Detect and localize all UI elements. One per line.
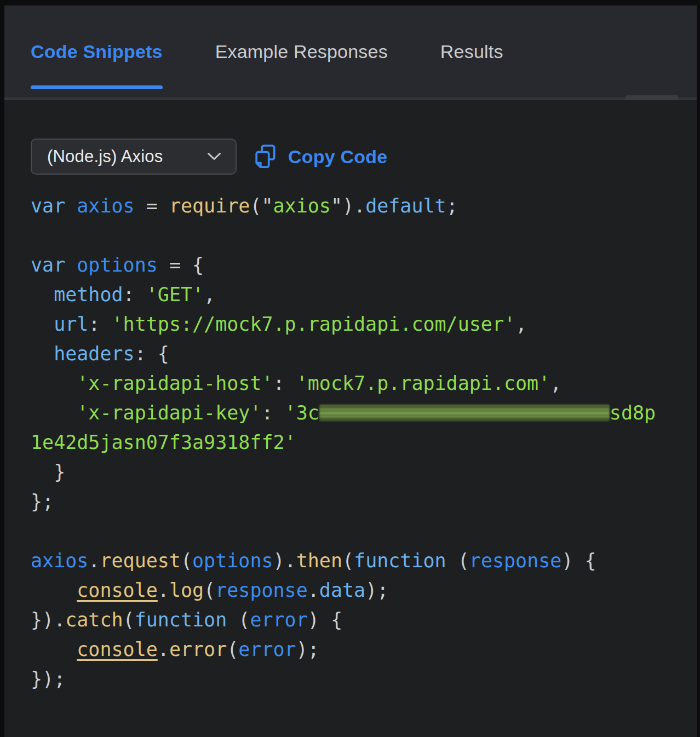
- code-token: 'x-rapidapi-key': [77, 402, 261, 424]
- code-line: }).catch(function (error) {: [31, 605, 697, 635]
- header-divider: [4, 97, 697, 100]
- tab-bar: Code Snippets Example Responses Results: [4, 5, 697, 97]
- code-token: 'https://mock7.p.rapidapi.com/user': [112, 313, 516, 335]
- tab-results-label: Results: [440, 41, 503, 62]
- code-token: error: [250, 609, 307, 631]
- code-token: default: [365, 195, 446, 217]
- code-token: 1e42d5jasn07f3a9318ff2': [31, 431, 296, 453]
- code-token: .: [308, 579, 319, 601]
- code-token: console: [77, 638, 158, 660]
- tab-example-responses-label: Example Responses: [215, 41, 388, 62]
- active-tab-underline: [31, 85, 163, 89]
- tab-example-responses[interactable]: Example Responses: [215, 5, 388, 97]
- copy-code-label: Copy Code: [288, 146, 387, 168]
- code-line: var axios = require("axios").default;: [31, 191, 697, 221]
- code-token: error: [169, 638, 227, 660]
- code-token: [31, 579, 77, 601]
- code-token: :: [261, 402, 284, 424]
- code-token: [65, 195, 77, 217]
- code-token: error: [238, 638, 296, 660]
- language-dropdown[interactable]: (Node.js) Axios: [31, 139, 237, 175]
- code-token: .: [88, 550, 100, 572]
- code-token: 'GET': [146, 284, 204, 306]
- code-token: [31, 284, 54, 306]
- chevron-down-icon: [207, 152, 221, 161]
- code-token: url: [54, 313, 88, 335]
- code-token: (: [227, 638, 238, 660]
- code-line: 'x-rapidapi-key': '3csd8p: [31, 398, 697, 428]
- code-line: console.error(error);: [31, 635, 697, 664]
- code-token: ,: [204, 284, 215, 306]
- code-token: var: [31, 195, 65, 217]
- code-token: (: [227, 609, 250, 631]
- code-token: (": [250, 195, 273, 217]
- code-line: 'x-rapidapi-host': 'mock7.p.rapidapi.com…: [31, 369, 697, 398]
- code-token: axios: [31, 550, 88, 572]
- code-token: (: [204, 579, 215, 601]
- code-token: .: [158, 579, 169, 601]
- code-token: ,: [550, 372, 561, 394]
- tab-code-snippets[interactable]: Code Snippets: [31, 5, 163, 97]
- code-token: axios: [77, 195, 134, 217]
- code-token: then: [296, 550, 342, 572]
- code-token: = {: [158, 254, 204, 276]
- code-token: [65, 254, 77, 276]
- code-token: method: [54, 284, 123, 306]
- code-line: }: [31, 457, 697, 487]
- code-token: });: [31, 668, 65, 690]
- code-token: (: [342, 550, 354, 572]
- code-token: .: [158, 638, 169, 660]
- copy-icon: [254, 144, 276, 169]
- tab-code-snippets-label: Code Snippets: [31, 41, 163, 62]
- code-token: console: [77, 579, 158, 601]
- code-token: catch: [65, 609, 123, 631]
- code-token: ").: [331, 195, 365, 217]
- code-token: response: [215, 579, 308, 601]
- code-line: };: [31, 487, 697, 516]
- code-token: [31, 372, 77, 394]
- code-line: method: 'GET',: [31, 280, 697, 309]
- code-token: :: [88, 313, 111, 335]
- code-line: var options = {: [31, 250, 697, 280]
- code-panel: (Node.js) Axios Copy Code var axios = re…: [4, 139, 697, 694]
- code-token: '3c: [285, 402, 319, 424]
- code-token: var: [31, 254, 65, 276]
- code-token: :: [123, 284, 146, 306]
- code-token: );: [365, 579, 388, 601]
- code-line: axios.request(options).then(function (re…: [31, 546, 697, 575]
- code-token: ;: [446, 195, 458, 217]
- tab-results[interactable]: Results: [440, 5, 503, 97]
- scrollbar-corner: [626, 95, 678, 100]
- code-token: ).: [273, 550, 296, 572]
- code-token: response: [469, 550, 562, 572]
- code-block[interactable]: var axios = require("axios").default; va…: [4, 191, 697, 694]
- code-token: [31, 343, 54, 365]
- code-token: headers: [54, 343, 135, 365]
- code-token: : {: [135, 343, 169, 365]
- code-token: axios: [273, 195, 331, 217]
- code-token: [31, 313, 54, 335]
- code-line: console.log(response.data);: [31, 575, 697, 605]
- code-line: 1e42d5jasn07f3a9318ff2': [31, 428, 697, 457]
- code-token: options: [192, 550, 273, 572]
- code-token: );: [296, 638, 319, 660]
- code-token: data: [319, 579, 365, 601]
- code-token: }: [31, 461, 65, 483]
- language-dropdown-value: (Node.js) Axios: [47, 147, 163, 166]
- code-token: }).: [31, 609, 65, 631]
- code-token: require: [169, 195, 250, 217]
- code-token: ,: [515, 313, 527, 335]
- code-line: });: [31, 664, 697, 694]
- code-line: headers: {: [31, 339, 697, 369]
- code-controls: (Node.js) Axios Copy Code: [31, 139, 697, 175]
- code-snippets-panel: Code Snippets Example Responses Results …: [0, 0, 700, 737]
- code-token: ) {: [308, 609, 342, 631]
- code-line: [31, 221, 697, 250]
- code-token: sd8p: [610, 402, 656, 424]
- code-token: (: [446, 550, 469, 572]
- code-line: [31, 516, 697, 546]
- copy-code-button[interactable]: Copy Code: [254, 144, 387, 169]
- code-token: ) {: [561, 550, 596, 572]
- code-token: [31, 638, 77, 660]
- code-token: [31, 402, 77, 424]
